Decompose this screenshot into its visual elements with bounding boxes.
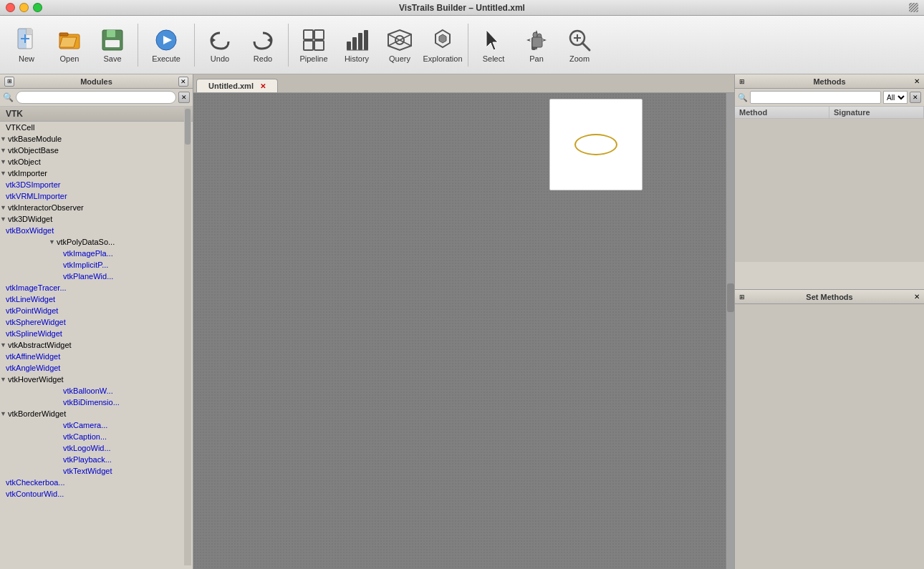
list-item[interactable]: vtkSphereWidget bbox=[0, 316, 193, 328]
canvas-bg[interactable] bbox=[193, 93, 734, 569]
svg-rect-1 bbox=[27, 29, 32, 34]
methods-panel-title: Methods bbox=[745, 77, 914, 86]
list-item[interactable]: vtkBalloonW... bbox=[0, 385, 193, 397]
query-button[interactable]: Query bbox=[379, 19, 420, 71]
list-item[interactable]: VTKCell bbox=[0, 122, 193, 133]
list-item[interactable]: vtkImagePla... bbox=[0, 248, 193, 259]
title-bar-right bbox=[909, 3, 918, 12]
undo-button[interactable]: Undo bbox=[199, 19, 241, 71]
list-item[interactable]: ▼ vtkObject bbox=[0, 156, 193, 167]
list-item[interactable]: vtkTextWidget bbox=[0, 465, 193, 477]
select-label: Select bbox=[483, 54, 505, 63]
modules-search-bar: 🔍 ✕ bbox=[0, 89, 193, 107]
list-item[interactable]: vtkLogoWid... bbox=[0, 442, 193, 454]
list-item[interactable]: ▼ vtkHoverWidget bbox=[0, 374, 193, 385]
pan-label: Pan bbox=[529, 54, 544, 63]
execute-button[interactable]: Execute bbox=[143, 19, 190, 71]
canvas-vscrollbar[interactable] bbox=[726, 93, 734, 569]
methods-search-icon: 🔍 bbox=[738, 93, 748, 102]
module-tree[interactable]: VTK VTKCell ▼ vtkBaseModule ▼ vtkObjectB… bbox=[0, 107, 193, 569]
pipeline-box-content bbox=[550, 99, 642, 190]
window-title: VisTrails Builder – Untitled.xml bbox=[399, 3, 525, 13]
svg-rect-19 bbox=[352, 37, 357, 50]
canvas-tab-close-icon[interactable]: ✕ bbox=[260, 82, 266, 90]
zoom-label: Zoom bbox=[569, 54, 589, 63]
execute-label: Execute bbox=[152, 54, 181, 63]
toolbar-sep-2 bbox=[194, 24, 195, 67]
canvas-vscrollbar-thumb[interactable] bbox=[727, 283, 734, 312]
zoom-icon bbox=[567, 27, 592, 53]
list-item[interactable]: vtkContourWid... bbox=[0, 488, 193, 500]
select-icon bbox=[481, 27, 506, 53]
list-item[interactable]: ▼ vtkBaseModule bbox=[0, 133, 193, 145]
save-button[interactable]: Save bbox=[92, 19, 133, 71]
list-item[interactable]: vtkImageTracer... bbox=[0, 282, 193, 293]
svg-line-26 bbox=[400, 34, 411, 40]
list-item[interactable]: vtkImplicitP... bbox=[0, 259, 193, 271]
open-icon bbox=[57, 27, 82, 53]
list-item[interactable]: vtkPlaneWid... bbox=[0, 271, 193, 282]
select-button[interactable]: Select bbox=[473, 19, 514, 71]
methods-search-clear[interactable]: ✕ bbox=[910, 92, 921, 103]
window-controls[interactable] bbox=[6, 3, 42, 12]
modules-scrollbar[interactable] bbox=[184, 107, 191, 565]
set-methods-close[interactable]: ✕ bbox=[914, 293, 920, 301]
minimize-button[interactable] bbox=[19, 3, 29, 12]
main-layout: ⊞ Modules ✕ 🔍 ✕ VTK VTKCell ▼ vtkBaseMod… bbox=[0, 74, 924, 569]
methods-panel: ⊞ Methods ✕ 🔍 All ✕ Method Signature bbox=[735, 74, 924, 290]
modules-panel-float[interactable]: ⊞ bbox=[4, 77, 14, 87]
list-item[interactable]: vtkPointWidget bbox=[0, 305, 193, 316]
modules-panel-close[interactable]: ✕ bbox=[178, 77, 188, 87]
toolbar-sep-1 bbox=[138, 24, 138, 67]
methods-panel-close[interactable]: ✕ bbox=[914, 77, 920, 85]
svg-marker-31 bbox=[486, 30, 498, 50]
methods-search-input[interactable] bbox=[750, 91, 881, 104]
canvas-tab-untitled[interactable]: Untitled.xml ✕ bbox=[196, 79, 278, 92]
list-item[interactable]: vtkCaption... bbox=[0, 431, 193, 442]
list-item[interactable]: ▼ vtkImporter bbox=[0, 167, 193, 179]
maximize-button[interactable] bbox=[33, 3, 42, 12]
set-methods-float[interactable]: ⊞ bbox=[739, 293, 745, 301]
list-item[interactable]: vtkBoxWidget bbox=[0, 225, 193, 236]
list-item[interactable]: vtkAffineWidget bbox=[0, 351, 193, 362]
pipeline-button[interactable]: Pipeline bbox=[293, 19, 335, 71]
new-label: New bbox=[19, 54, 34, 63]
zoom-button[interactable]: Zoom bbox=[559, 19, 600, 71]
pipeline-module-box[interactable] bbox=[549, 99, 643, 190]
svg-line-25 bbox=[388, 34, 400, 40]
history-button[interactable]: History bbox=[336, 19, 377, 71]
list-item[interactable]: vtkBiDimensio... bbox=[0, 397, 193, 408]
modules-panel: ⊞ Modules ✕ 🔍 ✕ VTK VTKCell ▼ vtkBaseMod… bbox=[0, 74, 193, 569]
exploration-button[interactable]: Exploration bbox=[422, 19, 463, 71]
modules-search-clear[interactable]: ✕ bbox=[178, 92, 190, 103]
methods-table-header: Method Signature bbox=[735, 107, 924, 119]
list-item[interactable]: vtkVRMLImporter bbox=[0, 190, 193, 202]
modules-search-input[interactable] bbox=[16, 91, 176, 104]
list-item[interactable]: ▼ vtkInteractorObserver bbox=[0, 202, 193, 213]
list-item[interactable]: ▼ vtkObjectBase bbox=[0, 145, 193, 156]
list-item[interactable]: vtkCheckerboa... bbox=[0, 477, 193, 488]
svg-rect-16 bbox=[304, 41, 313, 50]
new-button[interactable]: New bbox=[6, 19, 47, 71]
methods-filter-select[interactable]: All bbox=[883, 91, 908, 104]
exploration-label: Exploration bbox=[423, 54, 462, 63]
redo-button[interactable]: Redo bbox=[242, 19, 284, 71]
resize-icon bbox=[909, 3, 918, 12]
set-methods-panel: ⊞ Set Methods ✕ bbox=[735, 290, 924, 569]
list-item[interactable]: vtkLineWidget bbox=[0, 293, 193, 305]
list-item[interactable]: ▼ vtkAbstractWidget bbox=[0, 339, 193, 351]
methods-panel-float[interactable]: ⊞ bbox=[739, 78, 745, 85]
list-item[interactable]: vtkAngleWidget bbox=[0, 362, 193, 374]
open-button[interactable]: Open bbox=[49, 19, 90, 71]
list-item[interactable]: vtkCamera... bbox=[0, 419, 193, 431]
close-button[interactable] bbox=[6, 3, 15, 12]
list-item[interactable]: vtk3DSImporter bbox=[0, 179, 193, 190]
pan-button[interactable]: Pan bbox=[516, 19, 557, 71]
list-item[interactable]: ▼ vtk3DWidget bbox=[0, 213, 193, 225]
methods-search-bar: 🔍 All ✕ bbox=[735, 89, 924, 107]
list-item[interactable]: ▼ vtkBorderWidget bbox=[0, 408, 193, 419]
list-item[interactable]: vtkPlayback... bbox=[0, 454, 193, 465]
list-item[interactable]: ▼ vtkPolyDataSo... bbox=[0, 236, 193, 248]
methods-table: Method Signature bbox=[735, 107, 924, 289]
list-item[interactable]: vtkSplineWidget bbox=[0, 328, 193, 339]
